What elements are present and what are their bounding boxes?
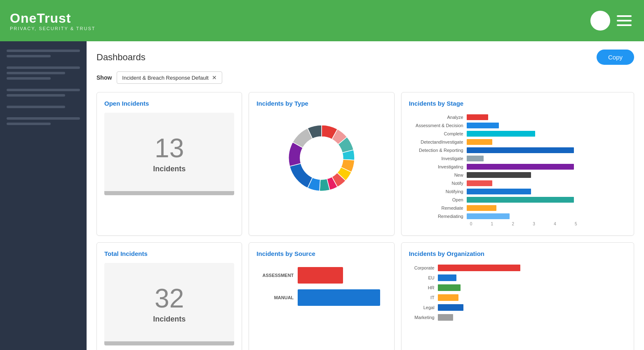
logo-name: OneTrust [10,11,96,26]
sidebar-line [7,89,80,91]
total-incidents-metric: 32 Incidents [104,263,234,345]
main-header: Dashboards Copy [96,50,634,65]
open-incidents-count: 13 [155,135,184,161]
org-bar-label: Marketing [409,315,438,320]
sidebar-line [7,106,65,108]
stage-bar-label: Complete [409,131,467,136]
logo: OneTrust PRIVACY, SECURITY & TRUST [10,11,96,31]
org-bar-row: IT [409,294,626,301]
app-header: OneTrust PRIVACY, SECURITY & TRUST [0,0,644,41]
total-incidents-count: 32 [155,285,184,312]
stage-bar-track [467,164,574,170]
sidebar-item-5[interactable] [7,117,80,125]
stage-bar-row: Investigating [409,164,626,170]
stage-bar-row: Detection & Reporting [409,147,626,153]
stage-bar-track [467,147,574,153]
sidebar-item-2[interactable] [7,66,80,80]
metric-bottom-bar [104,341,234,345]
filter-show-label: Show [96,74,112,81]
source-bar-row: ASSESSMENT [256,267,386,284]
org-bar-fill [438,314,454,321]
org-bar-label: IT [409,295,438,300]
stage-bar-row: Analyze [409,114,626,120]
stage-bar-fill [467,139,492,145]
stage-bar-fill [467,172,531,178]
org-bar-label: EU [409,275,438,280]
sidebar-line [7,77,51,80]
sidebar-line [7,72,65,74]
sidebar [0,41,87,350]
org-bar-row: EU [409,274,626,281]
stage-bar-chart: AnalyzeAssessment & DecisionCompleteDete… [409,113,626,228]
source-bar-fill [298,267,343,284]
sidebar-line [7,66,80,69]
filter-tag-value: Incident & Breach Response Default [122,75,209,81]
avatar[interactable] [590,11,610,31]
open-incidents-metric: 13 Incidents [104,113,234,195]
stage-bar-row: Remediate [409,205,626,211]
org-bar-row: Legal [409,304,626,311]
stage-bar-label: DetectandInvestigate [409,140,467,144]
stage-bar-track [467,197,574,203]
source-bar-row: MANUAL [256,289,386,306]
open-incidents-label: Incidents [153,165,186,173]
incidents-by-source-card: Incidents by Source ASSESSMENTMANUAL [249,242,394,350]
org-chart: CorporateEUHRITLegalMarketing [409,263,626,326]
hamburger-menu[interactable] [617,15,632,26]
org-bar-label: Legal [409,305,438,310]
stage-bar-fill [467,114,488,120]
filter-tag-close-icon[interactable]: ✕ [212,74,217,81]
metric-bottom-bar [104,191,234,195]
stage-bar-track [467,205,574,211]
incidents-by-type-title: Incidents by Type [256,100,386,107]
sidebar-line [7,50,80,52]
source-bar-label: MANUAL [256,295,294,300]
incidents-by-stage-title: Incidents by Stage [409,100,626,107]
logo-tagline: PRIVACY, SECURITY & TRUST [10,26,96,31]
stage-bar-track [467,123,574,128]
stage-bar-fill [467,123,499,128]
stage-bar-label: Analyze [409,115,467,120]
copy-button[interactable]: Copy [597,50,634,65]
org-bar-fill [438,265,520,271]
org-bar-row: HR [409,284,626,291]
stage-bar-track [467,156,574,161]
stage-bar-label: Notify [409,181,467,186]
stage-bar-fill [467,131,535,137]
open-incidents-card: Open Incidents 13 Incidents [96,92,242,236]
incidents-by-stage-card: Incidents by Stage AnalyzeAssessment & D… [401,92,634,236]
donut-svg [280,117,363,199]
stage-bar-track [467,139,574,145]
open-incidents-title: Open Incidents [104,100,234,107]
stage-bar-label: Assessment & Decision [409,123,467,128]
stage-bar-track [467,131,574,137]
sidebar-line [7,94,65,97]
org-bar-label: Corporate [409,265,438,270]
sidebar-item-4[interactable] [7,106,80,108]
incidents-by-type-card: Incidents by Type [249,92,394,236]
sidebar-line [7,117,80,120]
filter-tag[interactable]: Incident & Breach Response Default ✕ [117,71,222,84]
stage-bar-row: Assessment & Decision [409,123,626,128]
stage-bar-track [467,180,574,186]
app-body: Dashboards Copy Show Incident & Breach R… [0,41,644,350]
stage-bar-label: Detection & Reporting [409,148,467,153]
stage-bar-label: Remediate [409,206,467,210]
org-bar-fill [438,274,456,281]
sidebar-item-3[interactable] [7,89,80,97]
stage-bar-label: Remediating [409,214,467,219]
org-bar-fill [438,294,458,301]
sidebar-item-1[interactable] [7,50,80,57]
org-bar-row: Marketing [409,314,626,321]
stage-bar-row: Notify [409,180,626,186]
stage-bar-row: Complete [409,131,626,137]
source-chart: ASSESSMENTMANUAL [256,263,386,316]
main-content: Dashboards Copy Show Incident & Breach R… [87,41,644,350]
org-bar-label: HR [409,285,438,290]
incidents-by-source-title: Incidents by Source [256,250,386,257]
stage-bar-row: Open [409,197,626,203]
stage-bar-label: New [409,173,467,177]
total-incidents-title: Total Incidents [104,250,234,257]
dashboard-grid: Open Incidents 13 Incidents Incidents by… [96,92,634,350]
stage-bar-fill [467,180,492,186]
